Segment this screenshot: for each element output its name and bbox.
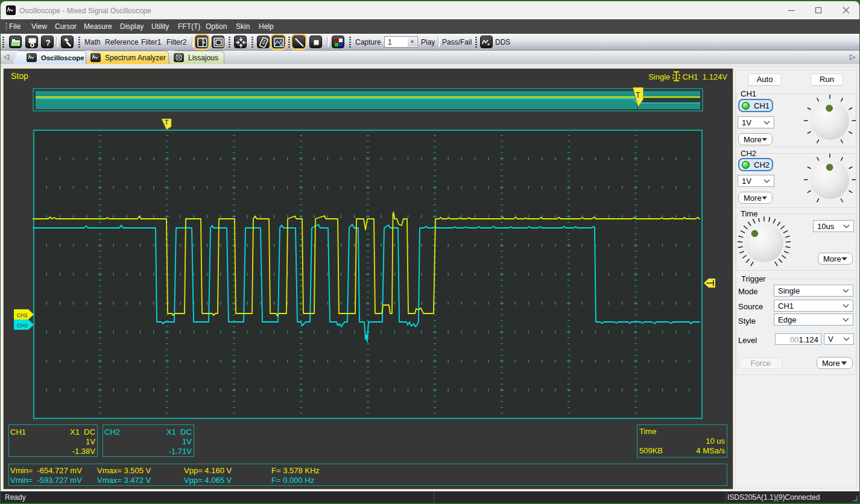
svg-text:?: ?: [45, 38, 51, 48]
